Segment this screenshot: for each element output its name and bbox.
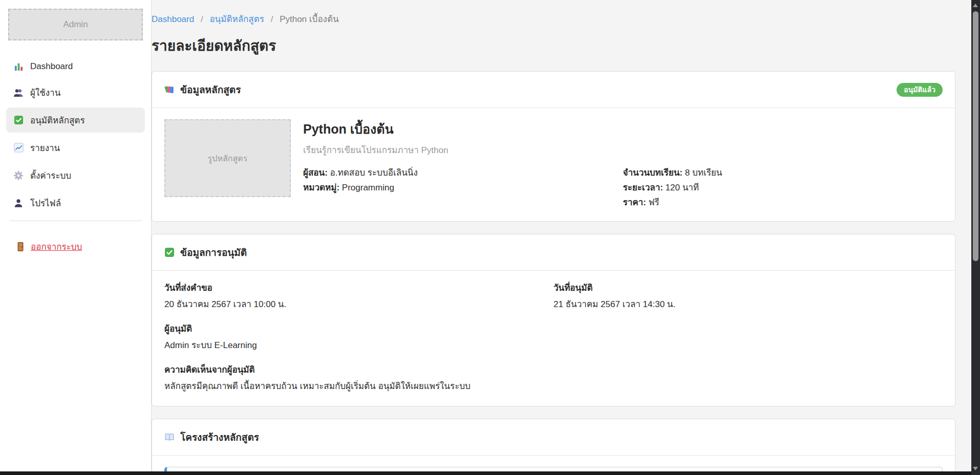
sidebar-divider [9,221,142,221]
request-date-value: 20 ธันวาคม 2567 เวลา 10:00 น. [164,298,553,311]
main-content: Dashboard / อนุมัติหลักสูตร / Python เบื… [152,0,955,475]
sidebar-item-label: อนุมัติหลักสูตร [30,113,85,127]
sidebar-item-dashboard[interactable]: Dashboard [6,56,145,77]
course-description: เรียนรู้การเขียนโปรแกรมภาษา Python [303,145,943,156]
course-title: Python เบื้องต้น [303,121,943,137]
books-icon [164,84,175,95]
course-lessons-row: จำนวนบทเรียน: 8 บทเรียน [623,165,943,180]
course-category-row: หมวดหมู่: Programming [303,180,623,195]
approval-info-card: ข้อมูลการอนุมัติ วันที่ส่งคำขอ 20 ธันวาค… [152,234,955,406]
approver-comment-value: หลักสูตรมีคุณภาพดี เนื้อหาครบถ้วน เหมาะส… [164,380,943,393]
course-info-card-body: รูปหลักสูตร Python เบื้องต้น เรียนรู้การ… [152,108,955,221]
course-price-row: ราคา: ฟรี [623,195,943,210]
sidebar: Admin Dashboard ผู้ใช้งาน อนุมัติหลักสูต… [0,0,152,475]
breadcrumb-dashboard-link[interactable]: Dashboard [152,14,194,24]
request-date-field: วันที่ส่งคำขอ 20 ธันวาคม 2567 เวลา 10:00… [164,282,553,311]
check-icon [164,247,175,257]
check-box-icon [13,115,24,125]
approve-date-label: วันที่อนุมัติ [553,282,943,294]
course-info-card-title: ข้อมูลหลักสูตร [180,82,241,97]
approver-label: ผู้อนุมัติ [164,323,943,335]
open-book-icon [164,432,175,442]
breadcrumb-current-page: Python เบื้องต้น [280,14,338,24]
course-details-left: ผู้สอน: อ.ทดสอบ ระบบอีเลินนิ่ง หมวดหมู่:… [303,165,623,210]
approve-date-field: วันที่อนุมัติ 21 ธันวาคม 2567 เวลา 14:30… [553,282,943,321]
approver-field: ผู้อนุมัติ Admin ระบบ E-Learning [164,323,943,352]
sidebar-menu: Dashboard ผู้ใช้งาน อนุมัติหลักสูตร รายง… [0,56,151,215]
request-date-label: วันที่ส่งคำขอ [164,282,553,294]
course-structure-card: โครงสร้างหลักสูตร [152,419,955,475]
course-structure-card-header: โครงสร้างหลักสูตร [152,419,955,456]
course-info-card: ข้อมูลหลักสูตร อนุมัติแล้ว รูปหลักสูตร P… [152,71,955,222]
logout-label: ออกจากระบบ [31,240,82,253]
scrollbar-up-arrow-icon[interactable] [973,4,978,7]
approver-comment-label: ความคิดเห็นจากผู้อนุมัติ [164,364,943,376]
app-logo-placeholder: Admin [8,9,143,40]
line-chart-icon [13,143,24,153]
app-logo-label: Admin [63,19,88,30]
vertical-scrollbar[interactable] [971,0,980,475]
breadcrumb-separator: / [201,14,203,24]
course-structure-card-title: โครงสร้างหลักสูตร [180,429,259,445]
bar-chart-icon [13,61,24,72]
sidebar-item-settings[interactable]: ตั้งค่าระบบ [6,163,145,188]
course-duration-row: ระยะเวลา: 120 นาที [623,180,943,195]
scrollbar-down-arrow-icon[interactable] [973,467,978,470]
sidebar-item-profile[interactable]: โปรไฟล์ [6,190,145,215]
page-title: รายละเอียดหลักสูตร [152,36,955,56]
users-icon [13,88,24,98]
approval-info-card-title: ข้อมูลการอนุมัติ [180,245,247,260]
sidebar-item-reports[interactable]: รายงาน [6,135,145,160]
course-details-right: จำนวนบทเรียน: 8 บทเรียน ระยะเวลา: 120 นา… [623,165,943,210]
approver-value: Admin ระบบ E-Learning [164,339,943,352]
approval-info-card-body: วันที่ส่งคำขอ 20 ธันวาคม 2567 เวลา 10:00… [152,271,955,406]
scrollbar-thumb[interactable] [973,11,978,261]
sidebar-item-course-approval[interactable]: อนุมัติหลักสูตร [6,107,145,133]
course-image-placeholder: รูปหลักสูตร [164,119,291,197]
window-bottom-edge [0,471,980,475]
sidebar-item-label: ตั้งค่าระบบ [30,168,71,182]
approve-date-value: 21 ธันวาคม 2567 เวลา 14:30 น. [553,298,943,311]
approval-info-card-header: ข้อมูลการอนุมัติ [152,234,955,271]
status-badge: อนุมัติแล้ว [897,83,943,97]
sidebar-item-label: โปรไฟล์ [30,196,61,210]
breadcrumb: Dashboard / อนุมัติหลักสูตร / Python เบื… [152,14,955,25]
door-icon [15,242,26,252]
sidebar-item-label: ผู้ใช้งาน [30,85,60,99]
sidebar-item-label: รายงาน [30,141,60,155]
approver-comment-field: ความคิดเห็นจากผู้อนุมัติ หลักสูตรมีคุณภา… [164,364,943,393]
gear-icon [13,170,24,181]
course-instructor-row: ผู้สอน: อ.ทดสอบ ระบบอีเลินนิ่ง [303,165,623,180]
sidebar-item-users[interactable]: ผู้ใช้งาน [6,80,145,105]
sidebar-item-label: Dashboard [30,61,73,72]
course-image-placeholder-label: รูปหลักสูตร [208,152,248,165]
breadcrumb-course-approval-link[interactable]: อนุมัติหลักสูตร [209,14,264,24]
logout-link[interactable]: ออกจากระบบ [15,240,151,253]
person-icon [13,198,24,208]
course-info-card-header: ข้อมูลหลักสูตร อนุมัติแล้ว [152,72,955,108]
breadcrumb-separator: / [271,14,273,24]
